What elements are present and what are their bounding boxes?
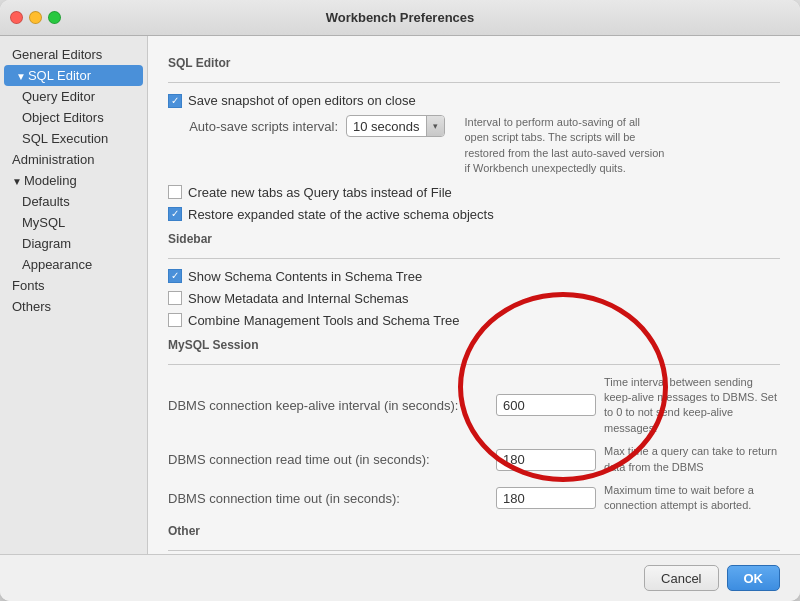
checkbox2-label[interactable]: Create new tabs as Query tabs instead of… [168, 185, 452, 200]
checkbox4-label[interactable]: Show Schema Contents in Schema Tree [168, 269, 422, 284]
checkbox2-row: Create new tabs as Query tabs instead of… [168, 185, 780, 200]
autosave-value: 10 seconds [347, 119, 426, 134]
section1-title: SQL Editor [168, 56, 780, 70]
close-button[interactable] [10, 11, 23, 24]
sidebar-item-administration[interactable]: Administration [0, 149, 147, 170]
sidebar-item-others[interactable]: Others [0, 296, 147, 317]
titlebar: Workbench Preferences [0, 0, 800, 36]
sidebar-item-modeling[interactable]: ▼Modeling [0, 170, 147, 191]
dbms-readtimeout-hint: Max time a query can take to return data… [604, 444, 780, 475]
window-title: Workbench Preferences [326, 10, 475, 25]
window: Workbench Preferences General Editors ▼S… [0, 0, 800, 601]
dbms-timeout-label: DBMS connection time out (in seconds): [168, 491, 488, 506]
section2-title: Sidebar [168, 232, 780, 246]
dbms-keepalive-input[interactable] [496, 394, 596, 416]
dbms-readtimeout-input[interactable] [496, 449, 596, 471]
maximize-button[interactable] [48, 11, 61, 24]
divider1 [168, 82, 780, 83]
checkbox5-label[interactable]: Show Metadata and Internal Schemas [168, 291, 408, 306]
checkbox1[interactable] [168, 94, 182, 108]
checkbox5-row: Show Metadata and Internal Schemas [168, 291, 780, 306]
divider2 [168, 258, 780, 259]
triangle-icon2: ▼ [12, 176, 22, 187]
sidebar-item-query-editor[interactable]: Query Editor [0, 86, 147, 107]
sidebar-item-mysql[interactable]: MySQL [0, 212, 147, 233]
triangle-icon: ▼ [16, 71, 26, 82]
checkbox4-row: Show Schema Contents in Schema Tree [168, 269, 780, 284]
sidebar-item-sql-editor[interactable]: ▼SQL Editor [4, 65, 143, 86]
dbms-readtimeout-label: DBMS connection read time out (in second… [168, 452, 488, 467]
sidebar-item-object-editors[interactable]: Object Editors [0, 107, 147, 128]
divider4 [168, 550, 780, 551]
autosave-hint: Interval to perform auto-saving of all o… [465, 115, 665, 177]
section4-title: Other [168, 524, 780, 538]
dbms-readtimeout-row: DBMS connection read time out (in second… [168, 444, 780, 475]
sidebar-item-fonts[interactable]: Fonts [0, 275, 147, 296]
checkbox6[interactable] [168, 313, 182, 327]
sidebar-item-defaults[interactable]: Defaults [0, 191, 147, 212]
checkbox3[interactable] [168, 207, 182, 221]
sidebar-item-diagram[interactable]: Diagram [0, 233, 147, 254]
checkbox6-label[interactable]: Combine Management Tools and Schema Tree [168, 313, 459, 328]
checkbox6-row: Combine Management Tools and Schema Tree [168, 313, 780, 328]
autosave-label: Auto-save scripts interval: [168, 119, 338, 134]
minimize-button[interactable] [29, 11, 42, 24]
dbms-keepalive-label: DBMS connection keep-alive interval (in … [168, 398, 488, 413]
checkbox3-row: Restore expanded state of the active sch… [168, 207, 780, 222]
dbms-keepalive-hint: Time interval between sending keep-alive… [604, 375, 780, 437]
sidebar-item-sql-execution[interactable]: SQL Execution [0, 128, 147, 149]
sidebar-item-general-editors[interactable]: General Editors [0, 44, 147, 65]
checkbox3-label[interactable]: Restore expanded state of the active sch… [168, 207, 494, 222]
divider3 [168, 364, 780, 365]
footer: Cancel OK [0, 554, 800, 601]
checkbox1-row: Save snapshot of open editors on close [168, 93, 780, 108]
checkbox4[interactable] [168, 269, 182, 283]
section3-title: MySQL Session [168, 338, 780, 352]
ok-button[interactable]: OK [727, 565, 781, 591]
dbms-timeout-input[interactable] [496, 487, 596, 509]
checkbox1-label[interactable]: Save snapshot of open editors on close [168, 93, 416, 108]
main-content: SQL Editor Save snapshot of open editors… [148, 36, 800, 554]
dbms-keepalive-row: DBMS connection keep-alive interval (in … [168, 375, 780, 437]
sidebar: General Editors ▼SQL Editor Query Editor… [0, 36, 148, 554]
checkbox2[interactable] [168, 185, 182, 199]
select-arrow-icon: ▾ [426, 116, 444, 136]
autosave-select[interactable]: 10 seconds ▾ [346, 115, 445, 137]
dbms-timeout-row: DBMS connection time out (in seconds): M… [168, 483, 780, 514]
sidebar-item-appearance[interactable]: Appearance [0, 254, 147, 275]
cancel-button[interactable]: Cancel [644, 565, 718, 591]
checkbox5[interactable] [168, 291, 182, 305]
content-area: General Editors ▼SQL Editor Query Editor… [0, 36, 800, 554]
traffic-lights [10, 11, 61, 24]
autosave-row: Auto-save scripts interval: 10 seconds ▾… [168, 115, 780, 177]
autosave-left: Auto-save scripts interval: 10 seconds ▾ [168, 115, 445, 137]
dbms-timeout-hint: Maximum time to wait before a connection… [604, 483, 780, 514]
